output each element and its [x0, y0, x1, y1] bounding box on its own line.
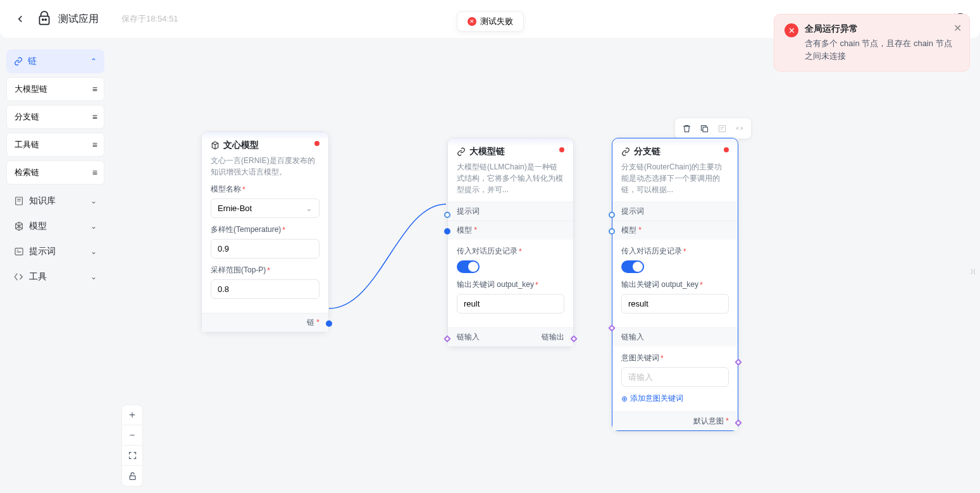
- sidebar-section-prompt[interactable]: 提示词⌄: [6, 239, 104, 264]
- lock-button[interactable]: [122, 466, 142, 486]
- sidebar-cat-label: 模型: [29, 221, 47, 232]
- tool-icon: [14, 272, 24, 282]
- link-icon: [457, 147, 466, 156]
- field-label-intent: 意图关键词*: [621, 353, 729, 363]
- sidebar-item-label: 工具链: [15, 139, 39, 150]
- sidebar-section-knowledge[interactable]: 知识库⌄: [6, 188, 104, 214]
- prompt-icon: [14, 246, 24, 257]
- save-timestamp: 保存于18:54:51: [121, 13, 178, 25]
- temperature-input[interactable]: [211, 239, 319, 259]
- flow-canvas[interactable]: 文心模型 文心一言(ERNIE)是百度发布的知识增强大语言模型。 模型名称* E…: [114, 49, 980, 493]
- node-title: 文心模型: [211, 140, 319, 151]
- output-port[interactable]: [326, 320, 332, 327]
- toast-close-button[interactable]: ✕: [953, 22, 962, 34]
- node-description: 文心一言(ERNIE)是百度发布的知识增强大语言模型。: [202, 151, 328, 184]
- back-button[interactable]: [13, 11, 28, 27]
- collapse-button[interactable]: [732, 121, 747, 136]
- status-dot-icon: [559, 147, 564, 152]
- model-name-select[interactable]: Ernie-Bot⌄: [211, 198, 319, 218]
- node-wenxin-model[interactable]: 文心模型 文心一言(ERNIE)是百度发布的知识增强大语言模型。 模型名称* E…: [201, 131, 329, 332]
- field-label-modelname: 模型名称*: [211, 184, 319, 195]
- chevron-down-icon: ⌄: [90, 222, 97, 231]
- node-description: 分支链(RouterChain)的主要功能是动态选择下一个要调用的链，可以根据.…: [612, 157, 738, 202]
- copy-button[interactable]: [697, 121, 712, 136]
- panel-expand-handle[interactable]: ⟩⟨: [970, 264, 976, 279]
- drag-handle-icon: ≡: [92, 112, 96, 122]
- node-llm-chain[interactable]: 大模型链 大模型链(LLMChain)是一种链式结构，它将多个输入转化为模型提示…: [447, 138, 574, 347]
- node-router-chain[interactable]: 分支链 分支链(RouterChain)的主要功能是动态选择下一个要调用的链，可…: [612, 138, 738, 431]
- error-icon: ✕: [785, 23, 798, 37]
- field-label-outputkey: 输出关键词 output_key*: [457, 279, 564, 290]
- note-button[interactable]: [714, 121, 729, 136]
- field-label-topp: 采样范围(Top-P)*: [211, 265, 319, 276]
- sidebar-section-model[interactable]: 模型⌄: [6, 214, 104, 239]
- node-title: 大模型链: [457, 146, 564, 157]
- sidebar-section-chain[interactable]: 链 ⌃: [6, 49, 104, 73]
- intent-input[interactable]: [621, 367, 729, 387]
- drag-handle-icon: ≡: [92, 167, 96, 178]
- sidebar-item-label: 检索链: [15, 167, 39, 178]
- sidebar-item-routerchain[interactable]: 分支链≡: [6, 105, 104, 129]
- sidebar-section-label: 链: [28, 56, 37, 67]
- field-label-history: 传入对话历史记录*: [621, 246, 729, 257]
- sidebar-section-tool[interactable]: 工具⌄: [6, 264, 104, 289]
- add-intent-button[interactable]: ⊕ 添加意图关键词: [621, 393, 729, 404]
- input-port-model[interactable]: [609, 228, 615, 234]
- chain-in-row: 链输入: [612, 327, 738, 346]
- fail-icon: ✕: [468, 17, 476, 26]
- history-toggle[interactable]: [457, 260, 480, 273]
- sidebar-item-label: 分支链: [15, 111, 39, 123]
- app-title: 测试应用: [58, 13, 99, 26]
- sidebar-item-toolchain[interactable]: 工具链≡: [6, 133, 104, 157]
- chevron-up-icon: ⌃: [90, 57, 97, 66]
- sidebar-item-llmchain[interactable]: 大模型链≡: [6, 77, 104, 101]
- default-intent-row: 默认意图 *: [612, 411, 738, 430]
- prompt-port-row: 提示词: [612, 202, 738, 221]
- topp-input[interactable]: [211, 279, 319, 299]
- svg-rect-4: [15, 248, 23, 255]
- sidebar-item-retrievalchain[interactable]: 检索链≡: [6, 161, 104, 185]
- knowledge-icon: [14, 196, 24, 206]
- output-port-row: 链 *: [202, 313, 328, 332]
- model-port-row: 模型 *: [448, 221, 573, 240]
- toast-title: 全局运行异常: [805, 23, 959, 35]
- field-label-history: 传入对话历史记录*: [457, 246, 564, 257]
- chain-io-row: 链输入 链输出: [448, 327, 573, 346]
- model-icon: [14, 221, 24, 231]
- zoom-controls: ＋ －: [121, 405, 143, 487]
- sidebar-cat-label: 提示词: [29, 246, 56, 257]
- svg-rect-5: [703, 127, 708, 132]
- fullscreen-button[interactable]: [122, 446, 142, 466]
- field-label-outputkey: 输出关键词 output_key*: [621, 279, 729, 290]
- svg-point-2: [45, 19, 46, 20]
- prompt-port-row: 提示词: [448, 202, 573, 221]
- status-dot-icon: [724, 147, 729, 152]
- delete-button[interactable]: [679, 121, 694, 136]
- history-toggle[interactable]: [621, 260, 644, 273]
- sidebar-cat-label: 知识库: [29, 195, 56, 207]
- input-port-prompt[interactable]: [444, 212, 450, 218]
- drag-handle-icon: ≡: [92, 84, 96, 94]
- node-description: 大模型链(LLMChain)是一种链式结构，它将多个输入转化为模型提示，并可..…: [448, 157, 573, 202]
- node-title: 分支链: [621, 146, 729, 157]
- plus-icon: ⊕: [621, 394, 628, 403]
- output-key-input[interactable]: [621, 294, 729, 313]
- drag-handle-icon: ≡: [92, 140, 96, 150]
- test-status-text: 测试失败: [480, 16, 513, 27]
- sidebar-item-label: 大模型链: [15, 83, 47, 95]
- zoom-in-button[interactable]: ＋: [122, 405, 142, 425]
- link-icon: [621, 147, 630, 156]
- sidebar-cat-label: 工具: [29, 271, 47, 283]
- zoom-out-button[interactable]: －: [122, 425, 142, 446]
- node-toolbar: [674, 118, 752, 139]
- chevron-down-icon: ⌄: [90, 272, 97, 281]
- output-key-input[interactable]: [457, 294, 564, 313]
- input-port-prompt[interactable]: [609, 212, 615, 218]
- status-dot-icon: [314, 141, 319, 146]
- svg-rect-0: [39, 16, 49, 25]
- input-port-model[interactable]: [444, 228, 450, 234]
- model-port-row: 模型 *: [612, 221, 738, 240]
- chevron-down-icon: ⌄: [90, 247, 97, 256]
- sidebar: 链 ⌃ 大模型链≡ 分支链≡ 工具链≡ 检索链≡ 知识库⌄ 模型⌄ 提示词⌄ 工…: [6, 49, 104, 289]
- cube-icon: [211, 141, 220, 150]
